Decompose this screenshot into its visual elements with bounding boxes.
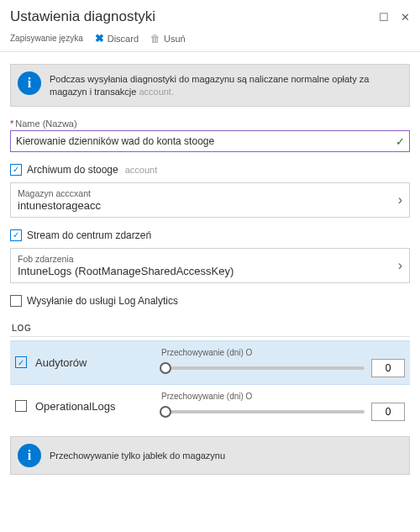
toolbar: Zapisywanie języka ✖ Discard 🗑 Usuń (0, 29, 420, 52)
trash-icon: 🗑 (150, 33, 160, 45)
name-label: *Name (Nazwa) (10, 119, 410, 129)
stream-checkbox[interactable] (10, 229, 22, 241)
discard-icon: ✖ (95, 32, 104, 45)
log-section-header: LOG (10, 320, 410, 337)
log-operational-name: OperationalLogs (35, 400, 153, 413)
retention-slider-audit[interactable] (161, 366, 365, 370)
retention-label: Przechowywanie (dni) O (161, 392, 405, 401)
archive-checkbox[interactable] (10, 164, 22, 176)
info-text-main: Podczas wysyłania diagnostyki do magazyn… (50, 74, 369, 97)
stream-label: Stream do centrum zdarzeń (27, 229, 151, 241)
pin-icon[interactable]: ☐ (379, 11, 389, 24)
retention-label: Przechowywanie (dni) O (161, 348, 405, 357)
footer-info: i Przechowywanie tylko jabłek do magazyn… (10, 436, 410, 475)
discard-label: Discard (108, 34, 139, 44)
info-banner: i Podczas wysyłania diagnostyki do magaz… (10, 64, 410, 107)
eventhub-selector[interactable]: Fob zdarzenia IntuneLogs (RootManageShar… (10, 248, 410, 283)
retention-slider-operational[interactable] (161, 410, 365, 413)
close-icon[interactable]: ✕ (401, 11, 410, 24)
retention-value-audit[interactable] (371, 359, 405, 377)
archive-dim: account (125, 165, 158, 175)
footer-info-text: Przechowywanie tylko jabłek do magazynu (50, 448, 225, 462)
page-title: Ustawienia diagnostyki (10, 8, 155, 25)
log-row-operational[interactable]: OperationalLogs Przechowywanie (dni) O (10, 385, 410, 428)
blade-header: Ustawienia diagnostyki ☐ ✕ (0, 0, 420, 29)
storage-selector[interactable]: Magazyn acccxant intunestorageacc › (10, 182, 410, 218)
info-icon: i (18, 444, 41, 467)
log-audit-name: Audytorów (35, 356, 153, 369)
archive-label: Archiwum do stooge (27, 164, 118, 176)
footer-text-main: Przechowywanie tylko jabłek do magazynu (50, 450, 225, 461)
discard-button[interactable]: ✖ Discard (95, 32, 139, 45)
save-hint: Zapisywanie języka (10, 34, 83, 43)
delete-button[interactable]: 🗑 Usuń (150, 33, 186, 45)
info-text-dim: account. (139, 87, 174, 97)
storage-selector-label: Magazyn acccxant (18, 188, 101, 198)
log-row-audit[interactable]: Audytorów Przechowywanie (dni) O (10, 340, 410, 385)
eventhub-selector-label: Fob zdarzenia (18, 254, 234, 264)
log-operational-checkbox[interactable] (15, 400, 27, 412)
loganalytics-checkbox-row[interactable]: Wysyłanie do usługi Log Analytics (10, 295, 410, 307)
loganalytics-checkbox[interactable] (10, 295, 22, 307)
archive-checkbox-row[interactable]: Archiwum do stooge account (10, 164, 410, 176)
chevron-right-icon: › (398, 192, 402, 208)
loganalytics-label: Wysyłanie do usługi Log Analytics (27, 295, 178, 307)
eventhub-selector-value: IntuneLogs (RootManageSharedAccessKey) (18, 265, 234, 277)
delete-label: Usuń (164, 34, 186, 44)
stream-checkbox-row[interactable]: Stream do centrum zdarzeń (10, 229, 410, 241)
info-icon: i (18, 71, 41, 95)
storage-selector-value: intunestorageacc (18, 199, 101, 212)
info-text: Podczas wysyłania diagnostyki do magazyn… (50, 71, 402, 99)
retention-value-operational[interactable] (371, 403, 405, 421)
valid-check-icon: ✓ (396, 134, 405, 147)
name-input[interactable] (10, 130, 410, 152)
chevron-right-icon: › (398, 258, 402, 273)
log-audit-checkbox[interactable] (15, 356, 27, 368)
